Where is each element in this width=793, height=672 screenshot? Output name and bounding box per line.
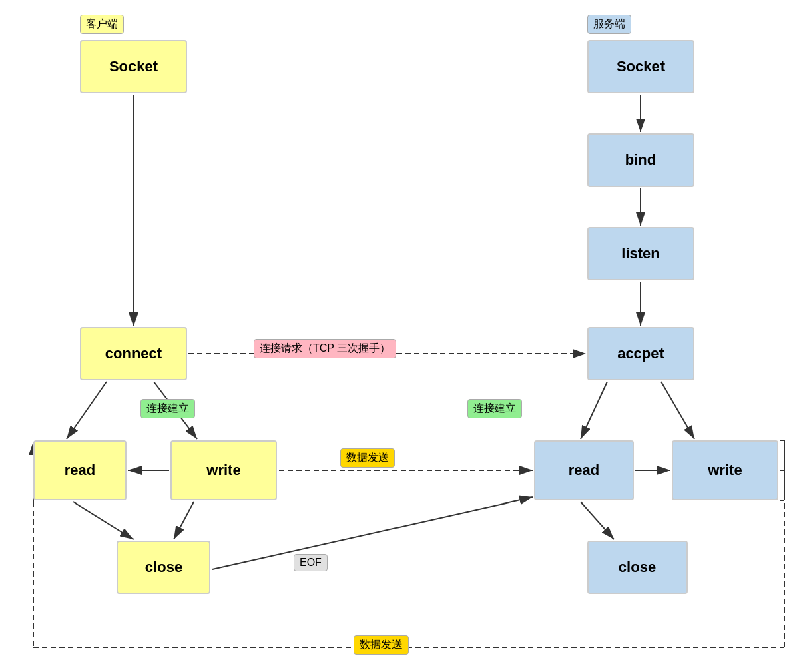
svg-line-14: [661, 382, 694, 439]
client-read-node: read: [33, 440, 127, 500]
server-write-node: write: [672, 440, 778, 500]
server-listen-node: listen: [587, 227, 694, 280]
client-label: 客户端: [80, 15, 124, 34]
svg-line-13: [581, 382, 607, 439]
eof-label: EOF: [294, 554, 328, 571]
connection-established-left-label: 连接建立: [140, 399, 195, 418]
svg-line-7: [67, 382, 107, 439]
data-send-middle-label: 数据发送: [340, 448, 395, 468]
server-close-node: close: [587, 541, 688, 594]
svg-line-20: [212, 497, 533, 569]
client-close-node: close: [117, 541, 210, 594]
svg-line-11: [174, 502, 194, 539]
server-bind-node: bind: [587, 133, 694, 187]
client-connect-node: connect: [80, 327, 187, 380]
server-label: 服务端: [587, 15, 631, 34]
server-socket-node: Socket: [587, 40, 694, 93]
client-write-node: write: [170, 440, 277, 500]
client-socket-node: Socket: [80, 40, 187, 93]
connection-request-label: 连接请求（TCP 三次握手）: [254, 339, 396, 358]
diagram-container: 客户端 服务端 Socket connect read write close …: [0, 0, 793, 672]
svg-line-16: [581, 502, 614, 539]
server-accpet-node: accpet: [587, 327, 694, 380]
data-send-bottom-label: 数据发送: [354, 635, 409, 655]
server-read-node: read: [534, 440, 634, 500]
svg-line-10: [73, 502, 134, 539]
connection-established-right-label: 连接建立: [467, 399, 522, 418]
